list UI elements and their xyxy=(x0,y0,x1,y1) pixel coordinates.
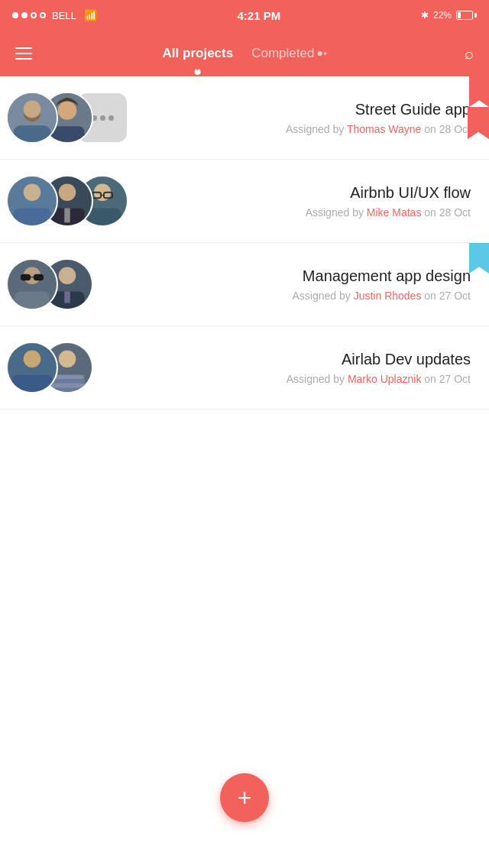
project-item[interactable]: Airlab Dev updates Assigned by Marko Upl… xyxy=(0,326,489,410)
svg-rect-21 xyxy=(15,291,49,310)
signal-dot-2 xyxy=(21,12,28,18)
project-assigned: Assigned by Marko Uplaznik on 27 Oct xyxy=(105,373,471,385)
avatars-group xyxy=(6,90,140,145)
avatar xyxy=(6,258,58,310)
avatar xyxy=(6,342,58,394)
carrier-label: BELL xyxy=(52,10,76,21)
svg-rect-8 xyxy=(14,208,51,227)
assignee-name: Thomas Wayne xyxy=(347,123,422,135)
hamburger-line-2 xyxy=(15,53,32,54)
avatars-group xyxy=(6,173,140,228)
signal-dot-1 xyxy=(12,12,18,18)
svg-rect-22 xyxy=(21,274,31,280)
svg-point-26 xyxy=(59,267,76,284)
project-bookmark xyxy=(469,76,489,107)
project-title: Airlab Dev updates xyxy=(105,351,471,368)
search-button[interactable]: ⌕ xyxy=(465,45,474,63)
svg-rect-36 xyxy=(50,384,84,388)
status-left: BELL 📶 xyxy=(12,9,97,21)
assignee-name: Marko Uplaznik xyxy=(348,373,421,385)
svg-rect-12 xyxy=(64,208,70,222)
nav-tabs: All projects Completed xyxy=(163,46,327,61)
svg-point-1 xyxy=(24,100,41,118)
svg-point-30 xyxy=(24,350,41,368)
avatars-group xyxy=(6,257,105,312)
header-bookmark xyxy=(468,107,489,139)
project-item[interactable]: Street Guide app Assigned by Thomas Wayn… xyxy=(0,76,489,160)
header-wrapper: All projects Completed ⌕ xyxy=(0,31,489,76)
project-item[interactable]: Management app design Assigned by Justin… xyxy=(0,243,489,326)
menu-button[interactable] xyxy=(15,47,32,60)
battery-icon xyxy=(456,11,477,20)
tab-dot2 xyxy=(323,52,326,55)
project-info: Street Guide app Assigned by Thomas Wayn… xyxy=(140,101,477,135)
project-title: Street Guide app xyxy=(140,101,471,118)
svg-rect-28 xyxy=(64,291,70,303)
hamburger-line-1 xyxy=(15,47,32,49)
avatar xyxy=(6,175,58,227)
project-assigned: Assigned by Thomas Wayne on 28 Oct xyxy=(140,123,471,135)
svg-point-7 xyxy=(24,183,41,201)
project-title: Airbnb UI/UX flow xyxy=(140,184,471,202)
svg-rect-31 xyxy=(12,374,53,394)
svg-point-4 xyxy=(58,101,76,119)
tab-all-projects[interactable]: All projects xyxy=(163,46,234,61)
signal-dot-3 xyxy=(31,12,37,18)
add-project-button[interactable]: + xyxy=(220,773,269,822)
project-assigned: Assigned by Mike Matas on 28 Oct xyxy=(140,206,471,219)
avatars-group xyxy=(6,340,105,395)
project-info: Management app design Assigned by Justin… xyxy=(105,267,477,302)
tab-dot xyxy=(317,51,322,56)
svg-rect-2 xyxy=(14,125,51,144)
svg-rect-23 xyxy=(34,274,44,280)
assignee-name: Justin Rhodes xyxy=(354,290,422,302)
wifi-icon: 📶 xyxy=(84,9,97,21)
tab-completed[interactable]: Completed xyxy=(251,46,326,61)
project-info: Airlab Dev updates Assigned by Marko Upl… xyxy=(105,351,477,385)
project-list: Street Guide app Assigned by Thomas Wayn… xyxy=(0,76,489,410)
project-bookmark xyxy=(469,243,489,274)
battery-percent: 22% xyxy=(433,10,452,21)
hamburger-line-3 xyxy=(15,58,32,60)
project-info: Airbnb UI/UX flow Assigned by Mike Matas… xyxy=(140,184,477,219)
status-time: 4:21 PM xyxy=(238,9,281,22)
project-item[interactable]: Airbnb UI/UX flow Assigned by Mike Matas… xyxy=(0,160,489,243)
bluetooth-icon: ✱ xyxy=(421,10,429,21)
svg-point-33 xyxy=(59,350,76,368)
svg-point-10 xyxy=(59,183,76,201)
header: All projects Completed ⌕ xyxy=(0,31,489,76)
assignee-name: Mike Matas xyxy=(367,206,422,219)
project-title: Management app design xyxy=(105,267,471,285)
status-bar: BELL 📶 4:21 PM ✱ 22% xyxy=(0,0,489,31)
project-assigned: Assigned by Justin Rhodes on 27 Oct xyxy=(105,290,471,302)
signal-dot-4 xyxy=(40,12,46,18)
status-right: ✱ 22% xyxy=(421,10,477,21)
avatar xyxy=(6,92,58,144)
active-tab-indicator xyxy=(190,61,206,70)
